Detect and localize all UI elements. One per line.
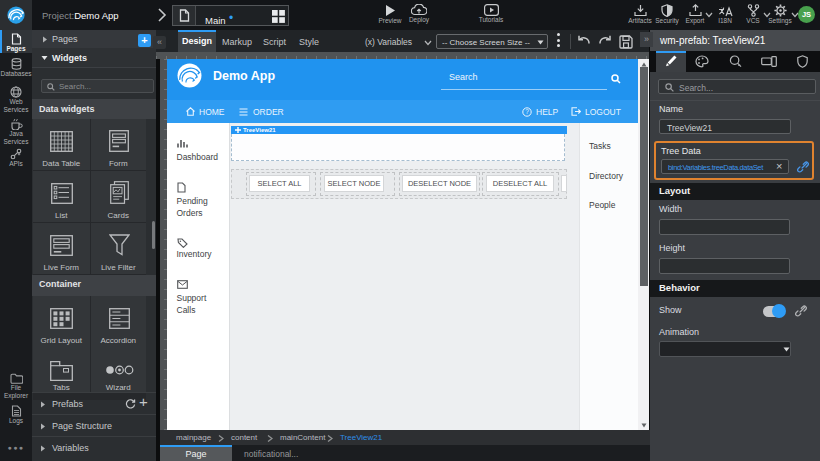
svg-text:?: ? (525, 108, 529, 115)
